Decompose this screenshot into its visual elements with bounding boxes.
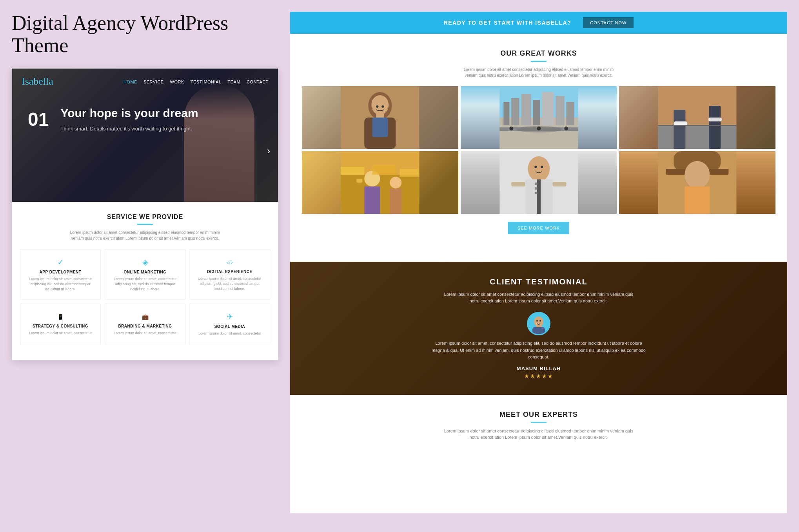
nav-links: HOME SERVICE WORK TESTIMONIAL TEAM CONTA…: [123, 78, 269, 85]
svg-rect-9: [372, 118, 388, 137]
svg-rect-15: [533, 100, 540, 125]
svg-rect-38: [400, 169, 419, 177]
work-image-5: [461, 151, 617, 214]
svg-rect-28: [674, 121, 688, 125]
services-divider: [137, 224, 153, 225]
nav-item-team[interactable]: TEAM: [228, 78, 241, 85]
service-desc-social: Lorem ipsum dolor sit amet, consectetur: [194, 331, 265, 336]
hero-content: 01 Your hope is your dream Think smart, …: [12, 94, 278, 145]
hero-text: Your hope is your dream Think smart, Det…: [60, 106, 198, 133]
hero-headline: Your hope is your dream: [60, 106, 198, 120]
work-item-4[interactable]: [302, 151, 458, 214]
nav-item-home[interactable]: HOME: [123, 78, 137, 85]
svg-rect-13: [511, 98, 519, 125]
svg-point-52: [530, 158, 547, 178]
main-title: Digital Agency WordPress Theme: [12, 12, 278, 56]
svg-point-22: [537, 127, 541, 130]
svg-rect-35: [356, 179, 362, 183]
hero-next-arrow[interactable]: ›: [267, 145, 270, 156]
work-image-2: [461, 86, 617, 149]
hero-subheadline: Think smart, Details matter, it's worth …: [60, 125, 198, 133]
svg-point-21: [509, 127, 513, 130]
svg-rect-45: [541, 179, 552, 214]
testimonial-quote: Lorem ipsum dolor sit amet, consectetur …: [429, 340, 648, 361]
service-desc-online-mkt: Lorem ipsum dolor sit amet, consectetur …: [110, 277, 180, 291]
service-card-strategy: STRATEGY & CONSULTING Lorem ipsum dolor …: [20, 304, 101, 344]
services-grid: APP DEVELOPMENT Lorem ipsum dolor sit am…: [20, 249, 270, 300]
check-icon: [25, 257, 96, 267]
nav-logo: Isabella: [22, 76, 53, 87]
work-image-6: [619, 151, 775, 214]
svg-rect-34: [364, 186, 380, 214]
testimonial-stars: ★★★★★: [314, 373, 764, 379]
service-name-social: SOCIAL MEDIA: [194, 324, 265, 329]
work-image-4: [302, 151, 458, 214]
svg-rect-26: [674, 110, 686, 149]
service-name-branding: BRANDING & MARKETING: [110, 324, 180, 328]
work-item-3[interactable]: [619, 86, 775, 149]
work-item-2[interactable]: [461, 86, 617, 149]
contact-now-button[interactable]: CONTACT NOW: [583, 17, 634, 28]
svg-rect-49: [535, 192, 537, 194]
services-title: SERVICE WE PROVIDE: [20, 214, 270, 221]
svg-rect-17: [556, 96, 564, 125]
works-title: OUR GREAT WORKS: [302, 49, 775, 58]
svg-point-7: [376, 105, 378, 108]
nav-item-testimonial[interactable]: TESTIMONIAL: [191, 78, 222, 85]
experts-divider: [531, 422, 547, 423]
svg-rect-67: [536, 325, 541, 327]
hero-number: 01: [28, 110, 49, 129]
works-divider: [531, 61, 547, 62]
experts-section: MEET OUR EXPERTS Lorem ipsum dolor sit a…: [290, 395, 787, 456]
nav-item-service[interactable]: SERVICE: [143, 78, 164, 85]
svg-rect-25: [658, 125, 737, 149]
avatar-image: [528, 313, 549, 334]
great-works-section: OUR GREAT WORKS Lorem ipsum dolor sit am…: [290, 34, 787, 262]
svg-rect-59: [685, 186, 710, 214]
svg-rect-48: [535, 187, 537, 190]
svg-point-65: [536, 320, 538, 322]
works-description: Lorem ipsum dolor sit amet consectetur a…: [460, 67, 617, 78]
svg-rect-12: [503, 102, 509, 125]
work-item-5[interactable]: [461, 151, 617, 214]
svg-rect-36: [341, 167, 364, 175]
service-card-digital-exp: DIGITAL EXPERIENCE Lorem ipsum dolor sit…: [189, 249, 270, 300]
service-name-digital-exp: DIGITAL EXPERIENCE: [194, 270, 265, 274]
svg-rect-63: [532, 327, 545, 334]
svg-rect-4: [376, 112, 384, 118]
right-panel: READY TO GET START WITH ISABELLA? CONTAC…: [290, 12, 787, 513]
work-item-6[interactable]: [619, 151, 775, 214]
svg-rect-16: [542, 92, 554, 125]
work-item-1[interactable]: [302, 86, 458, 149]
testimonial-avatar: [527, 312, 550, 335]
see-more-work-button[interactable]: SEE MORE WORK: [508, 222, 569, 234]
code-icon: [194, 257, 265, 266]
svg-rect-50: [511, 182, 525, 186]
service-card-branding: BRANDING & MARKETING Lorem ipsum dolor s…: [105, 304, 185, 344]
service-desc-app-dev: Lorem ipsum dolor sit amet, consectetur …: [25, 277, 96, 291]
svg-rect-29: [708, 118, 722, 121]
svg-point-54: [541, 166, 543, 168]
svg-rect-47: [535, 183, 537, 185]
svg-point-8: [381, 105, 384, 108]
paper-plane-icon: [194, 312, 265, 321]
service-card-online-mkt: ONLINE MARKETING Lorem ipsum dolor sit a…: [105, 249, 185, 300]
nav-item-contact[interactable]: CONTACT: [247, 78, 269, 85]
mobile-icon: [25, 312, 96, 321]
nav-item-work[interactable]: WORK: [170, 78, 184, 85]
service-card-social: SOCIAL MEDIA Lorem ipsum dolor sit amet,…: [189, 304, 270, 344]
svg-point-66: [539, 320, 541, 322]
testimonial-author-name: MASUM BILLAH: [314, 366, 764, 371]
testimonial-description: Lorem ipsum dolor sit amet consectetur a…: [441, 291, 637, 304]
svg-rect-51: [552, 182, 566, 186]
svg-rect-46: [537, 179, 541, 214]
work-image-3: [619, 86, 775, 149]
service-name-online-mkt: ONLINE MARKETING: [110, 270, 180, 274]
left-panel: Digital Agency WordPress Theme Isabella …: [12, 12, 278, 360]
svg-rect-14: [521, 94, 531, 125]
svg-rect-37: [372, 165, 396, 175]
website-mockup: Isabella HOME SERVICE WORK TESTIMONIAL T…: [12, 68, 278, 360]
service-name-strategy: STRATEGY & CONSULTING: [25, 324, 96, 328]
service-desc-branding: Lorem ipsum dolor sit amet, consectetur: [110, 331, 180, 336]
services-grid-row2: STRATEGY & CONSULTING Lorem ipsum dolor …: [20, 304, 270, 344]
